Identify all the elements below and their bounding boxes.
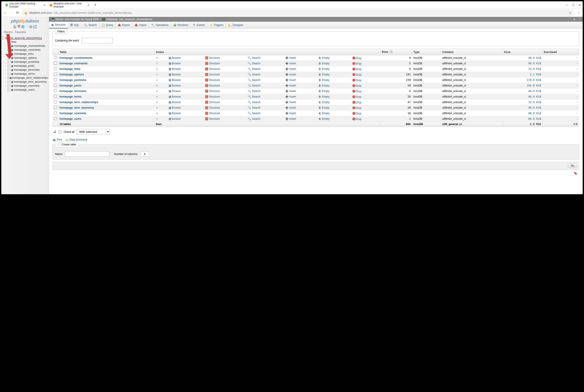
favorite-star-icon[interactable]: ★: [156, 62, 158, 65]
search-link[interactable]: 🔍 Search: [248, 95, 260, 98]
empty-link[interactable]: 🗑 Empty: [318, 73, 329, 76]
gear-icon[interactable]: ⚙: [573, 18, 576, 21]
browse-link[interactable]: ▦ Browse: [169, 56, 181, 60]
table-name-link[interactable]: homepage_terms: [60, 95, 81, 98]
drop-link[interactable]: − Drop: [352, 112, 362, 115]
insert-link[interactable]: ➕ Insert: [285, 95, 296, 98]
nav-events[interactable]: ⏱Events: [191, 22, 207, 28]
row-checkbox[interactable]: [54, 89, 57, 92]
nav-triggers[interactable]: ⚡Triggers: [207, 22, 226, 28]
table-name-input[interactable]: [65, 151, 109, 157]
structure-link[interactable]: 🧱 Structure: [205, 101, 220, 104]
browser-tab-0[interactable]: one.com Web hosting - Domain ×: [3, 1, 47, 10]
tree-table-node[interactable]: +▦homepage_comments: [7, 48, 48, 52]
browse-link[interactable]: ▦ Browse: [169, 117, 181, 120]
favorite-star-icon[interactable]: ★: [156, 67, 158, 71]
table-name-link[interactable]: homepage_term_taxonomy: [60, 106, 94, 109]
expand-icon[interactable]: +: [7, 88, 10, 91]
col-rows[interactable]: Rows ⓘ: [381, 49, 412, 55]
favorite-star-icon[interactable]: ★: [156, 117, 158, 120]
tree-table-node[interactable]: +▦homepage_term_taxonomy: [7, 80, 48, 84]
empty-link[interactable]: 🗑 Empty: [318, 101, 329, 104]
insert-link[interactable]: ➕ Insert: [285, 78, 296, 82]
favorite-star-icon[interactable]: ★: [156, 84, 158, 87]
filter-input[interactable]: [81, 38, 113, 43]
expand-icon[interactable]: +: [7, 60, 10, 63]
favorite-star-icon[interactable]: ★: [156, 100, 158, 104]
empty-link[interactable]: 🗑 Empty: [318, 68, 329, 70]
insert-link[interactable]: ➕ Insert: [285, 117, 296, 120]
favorite-star-icon[interactable]: ★: [156, 78, 158, 82]
tree-table-node[interactable]: +▦homepage_links: [7, 52, 48, 56]
row-checkbox[interactable]: [54, 56, 57, 59]
col-table[interactable]: Table: [58, 49, 154, 55]
breadcrumb-server[interactable]: one-example.biz.mysql:3306: [65, 18, 99, 21]
back-button[interactable]: ←: [3, 11, 7, 15]
search-link[interactable]: 🔍 Search: [248, 106, 260, 109]
insert-link[interactable]: ➕ Insert: [285, 112, 296, 115]
close-icon[interactable]: ×: [43, 3, 45, 7]
new-table-node[interactable]: 📄 New: [7, 40, 48, 44]
browse-link[interactable]: ▦ Browse: [169, 101, 181, 104]
address-bar[interactable]: 🔒 dbadmin.one.com/db_structure.php?serve…: [21, 10, 574, 16]
col-collation[interactable]: Collation: [441, 49, 503, 55]
empty-link[interactable]: 🗑 Empty: [318, 78, 329, 82]
empty-link[interactable]: 🗑 Empty: [318, 56, 329, 60]
expand-icon[interactable]: +: [7, 56, 10, 59]
drop-link[interactable]: − Drop: [352, 56, 362, 60]
table-name-link[interactable]: homepage_commentmeta: [60, 56, 92, 60]
bookmark-star-icon[interactable]: ☆: [569, 11, 572, 15]
structure-link[interactable]: 🧱 Structure: [205, 68, 220, 70]
row-checkbox[interactable]: [54, 84, 57, 87]
tree-table-node[interactable]: +▦homepage_commentmeta: [7, 44, 48, 48]
browse-link[interactable]: ▦ Browse: [169, 112, 181, 115]
tree-table-node[interactable]: +▦homepage_posts: [7, 64, 48, 68]
favorite-star-icon[interactable]: ★: [156, 112, 158, 115]
expand-icon[interactable]: +: [7, 44, 10, 47]
insert-link[interactable]: ➕ Insert: [285, 101, 296, 104]
tree-table-node[interactable]: +▦homepage_users: [7, 88, 48, 92]
expand-icon[interactable]: +: [7, 76, 9, 79]
col-overhead[interactable]: Overhead: [542, 49, 579, 55]
nav-export[interactable]: 📤Export: [115, 22, 132, 28]
structure-link[interactable]: 🧱 Structure: [205, 56, 220, 60]
search-link[interactable]: 🔍 Search: [248, 56, 260, 60]
row-checkbox[interactable]: [54, 78, 57, 81]
row-checkbox[interactable]: [54, 73, 57, 76]
favorite-star-icon[interactable]: ★: [156, 56, 158, 60]
search-link[interactable]: 🔍 Search: [248, 78, 260, 82]
structure-link[interactable]: 🧱 Structure: [205, 90, 220, 93]
structure-link[interactable]: 🧱 Structure: [205, 73, 220, 76]
nav-query[interactable]: 📋Query: [99, 22, 116, 28]
empty-link[interactable]: 🗑 Empty: [318, 106, 329, 109]
drop-link[interactable]: − Drop: [352, 118, 362, 120]
drop-link[interactable]: − Drop: [352, 95, 362, 98]
empty-link[interactable]: 🗑 Empty: [318, 62, 329, 65]
menu-button[interactable]: ⋮: [577, 11, 581, 15]
nav-search[interactable]: 🔍Search: [82, 22, 99, 28]
expand-icon[interactable]: +: [7, 48, 10, 51]
browse-link[interactable]: ▦ Browse: [169, 95, 181, 98]
search-link[interactable]: 🔍 Search: [248, 73, 260, 76]
row-checkbox[interactable]: [54, 95, 57, 98]
search-link[interactable]: 🔍 Search: [248, 84, 260, 87]
insert-link[interactable]: ➕ Insert: [285, 62, 296, 65]
insert-link[interactable]: ➕ Insert: [285, 90, 296, 93]
expand-icon[interactable]: +: [7, 68, 10, 71]
col-size[interactable]: Size: [503, 49, 543, 55]
table-name-link[interactable]: homepage_postmeta: [60, 78, 86, 82]
structure-link[interactable]: 🧱 Structure: [205, 112, 220, 115]
db-node[interactable]: − 📦 one_example_bizwordpress: [2, 36, 48, 40]
tree-table-node[interactable]: +▦homepage_terms: [7, 72, 48, 76]
row-checkbox[interactable]: [54, 67, 57, 70]
favorite-star-icon[interactable]: ★: [156, 95, 158, 98]
tree-table-node[interactable]: +▦homepage_postmeta: [7, 60, 48, 64]
table-name-link[interactable]: homepage_usermeta: [60, 112, 86, 115]
structure-link[interactable]: 🧱 Structure: [205, 78, 220, 82]
tree-table-node[interactable]: +▦homepage_options: [7, 56, 48, 60]
expand-icon[interactable]: +: [7, 72, 10, 75]
browse-link[interactable]: ▦ Browse: [169, 90, 181, 93]
sidebar-quick-icons[interactable]: 🏠📅🌐📄⚙️🔄: [1, 24, 49, 30]
favorite-star-icon[interactable]: ★: [156, 106, 158, 110]
search-link[interactable]: 🔍 Search: [248, 117, 260, 120]
